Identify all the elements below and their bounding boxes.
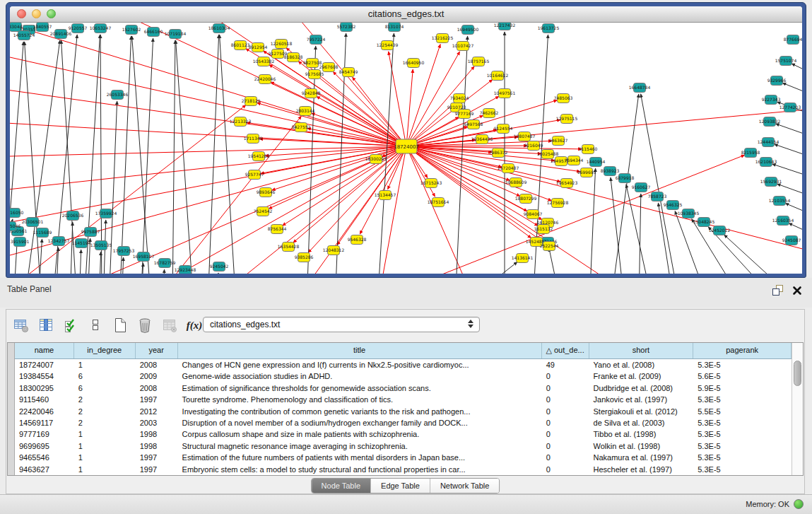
graph-node-label: 6879918 bbox=[616, 175, 635, 180]
table-selector-value: citations_edges.txt bbox=[210, 320, 280, 329]
graph-node-label: 18724007 bbox=[394, 144, 419, 150]
table-row[interactable]: 977716911998Corpus callosum shape and si… bbox=[15, 428, 792, 440]
tab-node-table[interactable]: Node Table bbox=[312, 479, 371, 493]
tab-edge-table[interactable]: Edge Table bbox=[371, 479, 430, 493]
table-cell: de Silva et al. (2003) bbox=[589, 417, 694, 428]
memory-ok-indicator[interactable] bbox=[794, 499, 804, 509]
graph-node-label: 8186328 bbox=[284, 54, 303, 59]
column-header-title[interactable]: title bbox=[178, 343, 542, 358]
graph-node-label: 15134457 bbox=[375, 192, 396, 197]
table-cell: 5.3E-5 bbox=[693, 440, 792, 452]
table-toolbar: f(x) bbox=[12, 315, 204, 336]
network-canvas[interactable]: 1830447120355918405571405572420891406912… bbox=[10, 23, 802, 274]
graph-node-label: 9245042 bbox=[210, 264, 229, 269]
column-header-in_degree[interactable]: in_degree bbox=[74, 343, 136, 358]
graph-node-label: 10807487 bbox=[514, 134, 536, 139]
table-selector-dropdown[interactable]: citations_edges.txt bbox=[203, 317, 480, 332]
table-row[interactable]: 911546021997Tourette syndrome. Phenomeno… bbox=[15, 394, 792, 405]
table-cell: 1 bbox=[74, 428, 136, 440]
graph-node-label: 26053346 bbox=[107, 92, 129, 97]
vertical-scrollbar[interactable] bbox=[792, 343, 803, 475]
graph-node-label: 17359924 bbox=[95, 211, 117, 216]
column-header-pagerank[interactable]: pagerank bbox=[693, 343, 792, 358]
column-header-short[interactable]: short bbox=[589, 343, 694, 358]
column-header-name[interactable]: name bbox=[15, 343, 74, 358]
graph-edge bbox=[377, 146, 406, 274]
table-row[interactable]: 2242004622012Investigating the contribut… bbox=[15, 406, 792, 417]
column-header-year[interactable]: year bbox=[136, 343, 178, 358]
table-cell: 2003 bbox=[136, 417, 178, 428]
graph-edge bbox=[163, 269, 165, 274]
graph-node-label: 20306501 bbox=[22, 219, 44, 224]
graph-node-label: 22420046 bbox=[254, 76, 276, 81]
graph-node-label: 8912954 bbox=[249, 45, 268, 49]
graph-edge bbox=[215, 273, 218, 274]
graph-node-label: 1615132 bbox=[534, 226, 553, 231]
row-height-icon[interactable] bbox=[86, 316, 105, 334]
float-panel-icon[interactable] bbox=[772, 284, 784, 299]
graph-node-label: 9546328 bbox=[348, 237, 367, 242]
table-panel-header: Table Panel bbox=[0, 278, 812, 308]
table-row[interactable]: 946554611997Estimation of the future num… bbox=[15, 452, 792, 463]
scrollbar-thumb[interactable] bbox=[794, 361, 801, 386]
tab-network-table[interactable]: Network Table bbox=[430, 479, 500, 493]
table-cell: 0 bbox=[542, 440, 589, 452]
select-column-icon[interactable] bbox=[37, 316, 55, 334]
table-cell: Nakamura et al. (1997) bbox=[589, 452, 694, 463]
table-cell: 2009 bbox=[136, 370, 178, 382]
table-cell: 2012 bbox=[136, 406, 178, 417]
table-cell: 9115460 bbox=[15, 394, 74, 405]
graph-node-label: 16949500 bbox=[457, 27, 479, 32]
new-table-icon[interactable] bbox=[111, 316, 129, 334]
graph-node-label: 18135046 bbox=[10, 223, 20, 228]
table-row[interactable]: 969969511998Structural magnetic resonanc… bbox=[15, 440, 792, 452]
column-header-out_de[interactable]: △ out_de... bbox=[542, 343, 589, 358]
graph-edge bbox=[406, 69, 413, 146]
table-options-icon[interactable] bbox=[12, 316, 30, 334]
table-row[interactable]: 1938455462009Genome-wide association stu… bbox=[15, 370, 792, 382]
table-cell: Corpus callosum shape and size in male p… bbox=[178, 428, 542, 440]
close-panel-icon[interactable] bbox=[792, 286, 802, 298]
table-cell: 49 bbox=[542, 359, 589, 370]
table-row[interactable]: 1830029562008Estimation of significance … bbox=[15, 382, 792, 394]
table-cell: Tibbo et al. (1998) bbox=[589, 428, 694, 440]
table-cell: 2008 bbox=[136, 359, 178, 370]
graph-edge bbox=[99, 252, 101, 274]
table-row[interactable]: 1456911722003Disruption of a novel membe… bbox=[15, 417, 792, 428]
table-cell: Estimation of significance thresholds fo… bbox=[178, 382, 542, 394]
graph-edge bbox=[70, 222, 73, 274]
cytoscape-screen: citations_edges.txt 18304471203559184055… bbox=[0, 0, 812, 514]
table-cell: 18300295 bbox=[15, 382, 74, 394]
graph-edge bbox=[589, 168, 596, 274]
network-window-titlebar[interactable]: citations_edges.txt bbox=[10, 6, 802, 23]
graph-node-label: 1115689 bbox=[33, 230, 52, 235]
graph-edge bbox=[389, 52, 406, 146]
select-rows-check-icon[interactable] bbox=[61, 316, 80, 334]
graph-node-label: 12254439 bbox=[377, 42, 399, 47]
graph-node-label: 7986372 bbox=[489, 150, 508, 155]
table-row[interactable]: 946362711997Embryonic stem cells: a mode… bbox=[15, 464, 792, 475]
graph-node-label: 10107427 bbox=[452, 43, 474, 48]
graph-node-label: 8215958 bbox=[741, 150, 760, 155]
function-builder-icon[interactable]: f(x) bbox=[185, 316, 204, 334]
graph-node-label: 12213323 bbox=[230, 119, 252, 124]
node-table: namein_degreeyeartitle△ out_de...shortpa… bbox=[7, 342, 804, 476]
graph-node-label: 1527602 bbox=[122, 27, 141, 32]
table-cell: Tourette syndrome. Phenomenology and cla… bbox=[178, 394, 542, 405]
delete-trash-icon[interactable] bbox=[136, 316, 154, 334]
table-row[interactable]: 1872400712008Changes of HCN gene express… bbox=[15, 359, 792, 370]
graph-edge bbox=[775, 124, 802, 143]
table-cell: 1997 bbox=[136, 452, 178, 463]
status-bar: Memory: OK bbox=[0, 494, 812, 514]
table-cell: 6 bbox=[74, 382, 136, 394]
graph-edge bbox=[549, 248, 561, 274]
graph-edge bbox=[782, 83, 802, 102]
graph-edge bbox=[611, 177, 625, 274]
table-cell: 9699695 bbox=[15, 440, 74, 452]
graph-edge bbox=[10, 146, 406, 157]
graph-edge bbox=[792, 64, 802, 82]
table-cell: 6 bbox=[74, 370, 136, 382]
graph-node-label: 8776694 bbox=[784, 37, 802, 42]
graph-node-label: 9329966 bbox=[767, 78, 787, 83]
table-cell: 0 bbox=[542, 464, 589, 475]
